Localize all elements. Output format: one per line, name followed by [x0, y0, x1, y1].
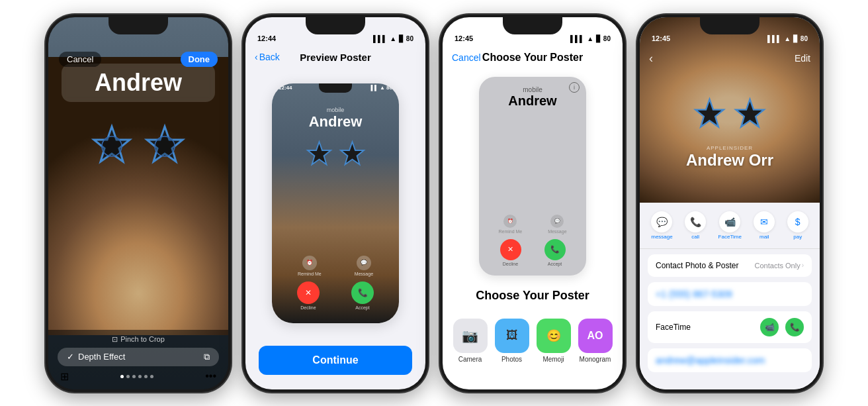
phone-2: 12:44 ▌▌▌ ▲ ▊ 80 ‹ Back Preview Poster 1… — [243, 15, 428, 392]
message-action-btn[interactable]: 💬 message — [651, 211, 672, 240]
preview-poster-header: ‹ Back Preview Poster — [245, 46, 425, 68]
svg-point-3 — [155, 136, 175, 156]
toolbar-bottom-row: ⊞ ••• — [58, 370, 219, 383]
right-star-glasses — [142, 123, 188, 170]
memoji-picker[interactable]: 😊 Memoji — [537, 319, 571, 363]
battery-icon: ▊ 80 — [793, 35, 808, 42]
poster-picker-row: 📷 Camera 🖼 Photos 😊 Memoji AO Monogram — [449, 319, 616, 363]
dot-5 — [144, 375, 148, 378]
phone-number: +1 (555) 867-5309 — [656, 289, 732, 299]
notch — [306, 17, 365, 34]
email-row[interactable]: andrew@appleinsider.com — [656, 348, 804, 372]
status-icons: ▌▌▌ ▲ ▊ 80 — [373, 35, 413, 42]
contact-action-bar: 💬 message 📞 call 📹 FaceTime ✉ mail $ pay — [640, 203, 820, 249]
wifi-icon: ▲ — [390, 35, 396, 42]
message-item: 💬 Message — [548, 215, 566, 234]
poster-name-area: mobile Andrew — [272, 107, 399, 130]
signal-icon: ▌▌▌ — [570, 35, 584, 42]
facetime-action-btn[interactable]: 📹 FaceTime — [718, 211, 742, 240]
phone-number-row[interactable]: +1 (555) 867-5309 — [656, 282, 804, 306]
facetime-video-btn[interactable]: 📹 — [760, 318, 779, 336]
cancel-button[interactable]: Cancel — [59, 52, 101, 67]
mail-action-btn[interactable]: ✉ mail — [754, 211, 775, 240]
message-icon: 💬 — [651, 211, 672, 232]
pay-action-btn[interactable]: $ pay — [787, 211, 808, 240]
decline-button[interactable]: ✕ — [500, 239, 521, 260]
message-icon: 💬 — [357, 256, 371, 270]
wifi-icon: ▲ — [784, 35, 791, 42]
done-button[interactable]: Done — [181, 52, 218, 67]
signal-icon: ▌▌▌ — [373, 35, 387, 42]
choose-poster-header: Cancel Choose Your Poster — [443, 46, 623, 69]
photos-icon: 🖼 — [495, 319, 529, 353]
contact-photo-poster-section: Contact Photo & Poster Contacts Only › — [648, 254, 812, 277]
facetime-section: FaceTime 📹 📞 — [648, 311, 812, 343]
depth-effect-toggle[interactable]: ✓ Depth Effect — [67, 352, 125, 362]
preview-time: 12:44 — [279, 85, 292, 91]
battery-icon: ▊ 80 — [596, 35, 611, 42]
remind-me-action: ⏰ Remind Me — [298, 256, 322, 276]
remind-me-item: ⏰ Remind Me — [498, 215, 522, 234]
chevron-right-icon: › — [802, 262, 804, 269]
call-buttons-row: ✕ Decline 📞 Accept — [272, 281, 399, 310]
remind-icon: ⏰ — [302, 256, 317, 270]
memoji-icon: 😊 — [537, 319, 571, 353]
call-action-btn[interactable]: 📞 call — [685, 211, 706, 240]
preview-status-icons: ▌▌ ▲ 80 — [370, 85, 392, 91]
time-display: 12:45 — [652, 34, 670, 42]
depth-effect-row[interactable]: ✓ Depth Effect ⧉ — [58, 348, 219, 366]
monogram-icon: AO — [578, 319, 613, 353]
dot-4 — [138, 375, 142, 378]
accept-button[interactable]: 📞 — [544, 239, 566, 260]
edit-button[interactable]: Edit — [795, 53, 810, 64]
info-icon[interactable]: i — [569, 82, 580, 93]
contact-name-display: Andrew — [62, 64, 215, 102]
facetime-icon: 📹 — [719, 211, 740, 232]
facetime-audio-btn[interactable]: 📞 — [785, 318, 804, 336]
star-glasses — [62, 123, 215, 176]
accept-button[interactable]: 📞 — [351, 281, 374, 304]
back-button[interactable]: ‹ Back — [255, 52, 280, 62]
right-star — [732, 97, 768, 133]
poster-preview: i mobile Andrew ⏰ Remind Me 💬 Message — [479, 77, 586, 276]
poster-call-area: ⏰ Remind Me 💬 Message ✕ Decline 📞 — [479, 215, 586, 266]
svg-marker-5 — [341, 142, 364, 164]
facetime-label: FaceTime — [656, 323, 691, 332]
pinch-to-crop-hint: ⊡ Pinch to Crop — [112, 335, 165, 344]
decline-btn-group: ✕ Decline — [297, 281, 320, 310]
time-display: 12:44 — [257, 34, 276, 42]
poster-action-row: ⏰ Remind Me 💬 Message — [479, 215, 586, 234]
page-dots — [120, 375, 153, 378]
phone-1: Andrew Cancel Done ⊡ Pinch to Crop ✓ Dep… — [46, 15, 231, 392]
page-title: Preview Poster — [300, 52, 371, 63]
mail-icon: ✉ — [754, 211, 775, 232]
message-icon: 💬 — [550, 215, 564, 228]
continue-button[interactable]: Continue — [259, 346, 412, 375]
left-star — [691, 97, 728, 133]
camera-picker[interactable]: 📷 Camera — [453, 319, 488, 363]
remind-icon: ⏰ — [503, 215, 517, 228]
cancel-button[interactable]: Cancel — [452, 52, 481, 63]
choose-poster-section-title: Choose Your Poster — [443, 289, 623, 303]
photos-picker[interactable]: 🖼 Photos — [495, 319, 529, 363]
pay-icon: $ — [787, 211, 808, 232]
status-icons: ▌▌▌ ▲ ▊ 80 — [570, 35, 611, 42]
monogram-picker[interactable]: AO Monogram — [578, 319, 613, 363]
accept-btn-group: 📞 Accept — [544, 239, 566, 266]
blurred-email-section: andrew@appleinsider.com — [648, 348, 812, 372]
contact-photo-poster-row[interactable]: Contact Photo & Poster Contacts Only › — [656, 254, 804, 277]
mobile-label: mobile — [523, 86, 542, 93]
decline-button[interactable]: ✕ — [297, 281, 320, 304]
call-type-label: mobile — [272, 107, 399, 113]
checkmark-icon: ✓ — [67, 352, 74, 362]
time-display: 12:45 — [455, 34, 473, 42]
signal-icon: ▌▌▌ — [767, 35, 781, 42]
more-options-icon[interactable]: ••• — [205, 370, 216, 382]
facetime-icons-group: 📹 📞 — [760, 318, 804, 336]
notch — [108, 17, 168, 34]
email-address: andrew@appleinsider.com — [656, 355, 765, 366]
photo-library-icon[interactable]: ⊞ — [60, 370, 69, 383]
source-label: APPLEINSIDER — [640, 145, 820, 151]
back-button[interactable]: ‹ — [649, 52, 653, 66]
message-action: 💬 Message — [355, 256, 373, 276]
